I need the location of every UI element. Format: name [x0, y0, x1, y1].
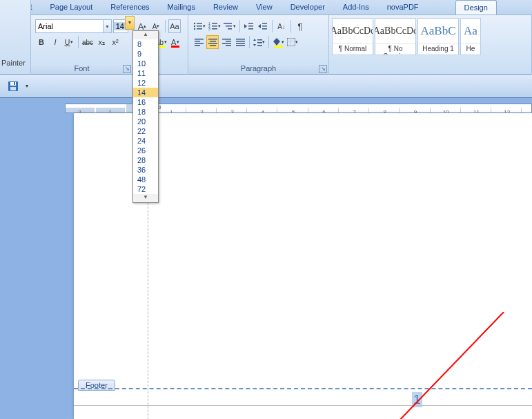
- align-center-button[interactable]: [206, 35, 219, 49]
- tab-mailings[interactable]: Mailings: [159, 0, 204, 14]
- clear-format-button[interactable]: Aa: [168, 19, 181, 33]
- svg-point-2: [194, 26, 195, 27]
- svg-rect-34: [236, 41, 245, 42]
- font-group-label: Font: [31, 64, 132, 74]
- line-spacing-button[interactable]: ▾: [253, 35, 266, 49]
- bold-button[interactable]: B: [35, 35, 48, 49]
- italic-button[interactable]: I: [49, 35, 61, 49]
- svg-rect-28: [210, 45, 216, 46]
- svg-rect-20: [262, 28, 267, 30]
- format-painter-label: Painter: [1, 59, 26, 67]
- font-name-input[interactable]: [36, 22, 103, 30]
- numbering-button[interactable]: 123▾: [208, 19, 221, 33]
- svg-point-0: [194, 23, 195, 24]
- svg-rect-41: [290, 38, 290, 46]
- font-name-combo[interactable]: ▼: [35, 19, 112, 33]
- svg-rect-40: [287, 38, 295, 46]
- svg-rect-11: [212, 28, 217, 30]
- svg-text:3: 3: [208, 27, 210, 30]
- font-size-option[interactable]: 12: [133, 78, 158, 88]
- font-size-option[interactable]: 48: [133, 175, 158, 184]
- style-normal[interactable]: AaBbCcDc¶ Normal: [332, 18, 373, 55]
- dropdown-scroll-up-icon[interactable]: ▲: [133, 31, 158, 39]
- svg-rect-37: [257, 39, 262, 41]
- svg-rect-46: [14, 82, 15, 85]
- justify-button[interactable]: [234, 35, 246, 49]
- tab-design[interactable]: Design: [455, 0, 497, 14]
- font-size-option[interactable]: 72: [133, 184, 158, 194]
- increase-indent-button[interactable]: [257, 19, 269, 33]
- qat-dropdown-icon[interactable]: ▾: [21, 79, 33, 94]
- tab-addins[interactable]: Add-Ins: [334, 0, 378, 14]
- superscript-button[interactable]: x²: [109, 35, 121, 49]
- svg-rect-9: [212, 26, 217, 27]
- font-size-option[interactable]: 16: [133, 97, 158, 107]
- underline-button[interactable]: U▾: [63, 35, 75, 49]
- font-size-option[interactable]: 26: [133, 146, 158, 155]
- font-name-dropdown-icon[interactable]: ▼: [103, 20, 111, 32]
- font-color-button[interactable]: A▾: [169, 35, 181, 49]
- ribbon-tabs: Insert Page Layout References Mailings R…: [0, 0, 532, 15]
- subscript-button[interactable]: x₂: [95, 35, 108, 49]
- strikethrough-button[interactable]: abc: [81, 35, 94, 49]
- document-area: 2 1 1 2 3 4 5 6 7 8 9 10 11 12 Footer 1: [0, 98, 532, 419]
- tab-developer[interactable]: Developer: [282, 0, 334, 14]
- shading-button[interactable]: ▾: [272, 35, 285, 49]
- svg-rect-1: [197, 23, 202, 24]
- svg-rect-5: [197, 28, 202, 30]
- font-group-launcher[interactable]: ↘: [123, 65, 131, 73]
- font-size-option[interactable]: 10: [133, 59, 158, 68]
- font-size-option[interactable]: 22: [133, 126, 158, 136]
- font-size-option[interactable]: 24: [133, 136, 158, 146]
- svg-rect-33: [236, 39, 245, 40]
- dropdown-scroll-down-icon[interactable]: ▼: [133, 194, 158, 202]
- sort-button[interactable]: A↓: [275, 19, 288, 33]
- tab-page-layout[interactable]: Page Layout: [41, 0, 102, 14]
- svg-rect-45: [10, 87, 16, 90]
- font-size-option-selected[interactable]: 14: [133, 88, 158, 97]
- style-no-spacing[interactable]: AaBbCcDc¶ No Spaci…: [375, 18, 416, 55]
- save-button[interactable]: [6, 79, 21, 94]
- borders-button[interactable]: ▾: [286, 35, 299, 49]
- align-right-button[interactable]: [220, 35, 233, 49]
- svg-rect-15: [248, 23, 253, 24]
- svg-rect-42: [287, 41, 295, 41]
- align-left-button[interactable]: [193, 35, 205, 49]
- svg-rect-29: [222, 39, 231, 40]
- style-heading1[interactable]: AaBbCHeading 1: [417, 18, 459, 55]
- clipboard-group-partial: Painter: [0, 0, 31, 75]
- svg-rect-31: [222, 43, 231, 44]
- font-size-dropdown[interactable]: ▼ ▲ 8 9 10 11 12 14 16 18 20 22 24 26 28…: [132, 30, 159, 203]
- styles-group: AaBbCcDc¶ Normal AaBbCcDc¶ No Spaci… AaB…: [329, 15, 532, 75]
- show-marks-button[interactable]: ¶: [294, 19, 306, 33]
- svg-rect-39: [257, 45, 262, 46]
- tab-view[interactable]: View: [247, 0, 282, 14]
- style-heading2-partial[interactable]: AaHe: [460, 18, 481, 55]
- font-group: ▼ B I U▾ abc x₂ x² Font ↘: [31, 15, 133, 75]
- svg-point-4: [194, 28, 195, 30]
- page-bottom-edge: [74, 405, 532, 406]
- multilevel-list-button[interactable]: ▾: [223, 19, 237, 33]
- svg-rect-21: [195, 39, 204, 40]
- svg-rect-23: [195, 43, 204, 44]
- bullets-button[interactable]: ▾: [193, 19, 206, 33]
- decrease-indent-button[interactable]: [243, 19, 255, 33]
- tab-novapdf[interactable]: novaPDF: [378, 0, 428, 14]
- font-size-option[interactable]: 20: [133, 117, 158, 126]
- svg-rect-17: [248, 28, 253, 30]
- paragraph-group-launcher[interactable]: ↘: [319, 65, 327, 73]
- font-size-option[interactable]: 8: [133, 39, 158, 49]
- svg-rect-27: [208, 43, 217, 44]
- svg-rect-30: [226, 41, 231, 42]
- font-size-option[interactable]: 11: [133, 68, 158, 78]
- tab-references[interactable]: References: [101, 0, 158, 14]
- ribbon: ▼ B I U▾ abc x₂ x² Font ↘ A▴ A▾ Aa A▾: [31, 15, 532, 75]
- font-size-option[interactable]: 36: [133, 165, 158, 175]
- font-size-option[interactable]: 18: [133, 107, 158, 117]
- svg-rect-35: [236, 43, 245, 44]
- font-size-option[interactable]: 9: [133, 49, 158, 59]
- font-size-option[interactable]: 28: [133, 155, 158, 165]
- tab-review[interactable]: Review: [204, 0, 247, 14]
- font-size-dropdown-toggle[interactable]: ▼: [125, 16, 135, 30]
- svg-rect-18: [262, 23, 267, 24]
